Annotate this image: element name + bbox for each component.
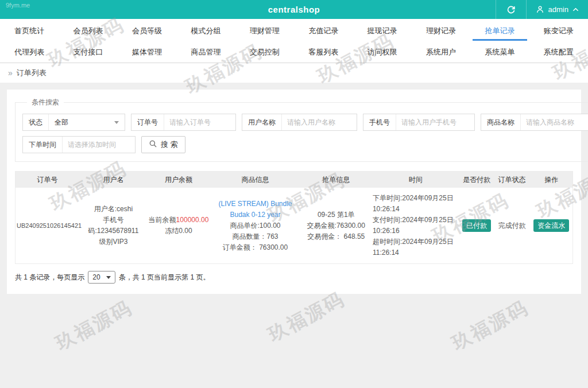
search-icon <box>149 139 157 150</box>
chevron-up-icon <box>572 7 579 12</box>
search-button-label: 搜 索 <box>161 139 178 150</box>
table-row: UB2409251026145421 用户名:ceshi 手机号码:123456… <box>16 188 573 264</box>
nav-item[interactable]: 支付接口 <box>59 41 117 63</box>
nav-item[interactable]: 充值记录 <box>294 20 353 41</box>
nav-item[interactable]: 模式分组 <box>176 20 235 41</box>
order-time-filter-group: 下单时间 <box>22 136 136 153</box>
user-cell: 用户名:ceshi 手机号码:12345678911 级别VIP3 <box>79 188 147 264</box>
col-header-product-info: 商品信息 <box>210 172 300 188</box>
nav-item[interactable]: 理财管理 <box>235 20 294 41</box>
col-header-balance: 用户余额 <box>148 172 210 188</box>
nav-item[interactable]: 交易控制 <box>235 41 294 63</box>
breadcrumb-icon: » <box>8 68 13 77</box>
order-no-input[interactable] <box>164 114 235 130</box>
grab-info-cell: 09-25 第1单 交易金额:76300.00 交易佣金： 648.55 <box>301 188 372 264</box>
orders-panel: 条件搜索 状态 全部 订单号 用户名称 <box>7 90 581 294</box>
user-name: 用户名:ceshi <box>80 204 146 215</box>
product-title-link[interactable]: (LIVE STREAM) Bundle Budak 0-12 year <box>211 199 299 220</box>
frozen-balance: 冻结0.00 <box>149 226 209 236</box>
pagination-suffix: 条，共 1 页当前显示第 1 页。 <box>119 273 210 282</box>
nav-item[interactable]: 系统配置 <box>529 41 588 63</box>
nav-item[interactable]: 提现记录 <box>353 20 411 41</box>
search-row-2: 下单时间 搜 索 <box>22 136 588 153</box>
user-icon <box>536 5 544 14</box>
nav-item[interactable]: 访问权限 <box>353 41 411 63</box>
table-header-row: 订单号 用户名 用户余额 商品信息 抢单信息 时间 是否付款 订单状态 操作 <box>16 172 573 188</box>
status-filter-group: 状态 全部 <box>22 114 125 131</box>
username-filter-group: 用户名称 <box>242 114 357 131</box>
header-actions: admin <box>496 0 588 19</box>
trade-commission: 交易佣金： 648.55 <box>302 231 370 242</box>
breadcrumb: » 订单列表 <box>0 63 588 83</box>
main-nav: 首页统计 会员列表 会员等级 模式分组 理财管理 充值记录 提现记录 理财记录 … <box>0 19 588 63</box>
grab-sequence: 09-25 第1单 <box>302 209 370 220</box>
order-number-cell: UB2409251026145421 <box>16 188 80 264</box>
page-size-select[interactable]: 20 <box>88 271 115 284</box>
phone-input[interactable] <box>396 114 474 130</box>
chevron-down-icon <box>106 276 111 279</box>
corner-watermark: 9fym.me <box>6 2 30 9</box>
search-fieldset: 条件搜索 状态 全部 订单号 用户名称 <box>15 98 588 162</box>
nav-item[interactable]: 代理列表 <box>0 41 59 63</box>
pagination-prefix: 共 1 条记录，每页显示 <box>15 273 84 282</box>
product-name-input[interactable] <box>521 114 588 130</box>
phone-label: 手机号 <box>363 114 396 130</box>
username-input[interactable] <box>282 114 357 130</box>
nav-item[interactable]: 系统用户 <box>412 41 470 63</box>
order-time-label: 下单时间 <box>23 137 62 153</box>
admin-menu[interactable]: admin <box>527 0 588 19</box>
fund-flow-button[interactable]: 资金流水 <box>533 219 569 232</box>
product-filter-group: 商品名称 <box>481 114 588 131</box>
nav-item[interactable]: 理财记录 <box>412 20 470 41</box>
refresh-button[interactable] <box>496 0 527 19</box>
product-cell: (LIVE STREAM) Bundle Budak 0-12 year 商品单… <box>210 188 300 264</box>
order-status-cell: 完成付款 <box>494 188 531 264</box>
pagination: 共 1 条记录，每页显示 20 条，共 1 页当前显示第 1 页。 <box>15 271 573 284</box>
page-size-value: 20 <box>92 273 100 281</box>
search-button[interactable]: 搜 索 <box>141 136 185 153</box>
col-header-time: 时间 <box>372 172 459 188</box>
search-row-1: 状态 全部 订单号 用户名称 手机 <box>22 114 588 131</box>
user-level: 级别VIP3 <box>80 236 146 247</box>
status-select[interactable]: 全部 <box>48 114 125 130</box>
nav-item[interactable]: 会员等级 <box>118 20 176 41</box>
balance-label: 当前余额 <box>149 216 176 224</box>
nav-item[interactable]: 首页统计 <box>0 20 59 41</box>
username-label: 用户名称 <box>242 114 281 130</box>
paid-status-badge: 已付款 <box>462 219 491 232</box>
nav-item[interactable]: 会员列表 <box>59 20 117 41</box>
nav-item-active[interactable]: 抢单记录 <box>470 20 529 41</box>
user-phone: 手机号码:12345678911 <box>80 215 146 236</box>
product-label: 商品名称 <box>481 114 520 130</box>
watermark: 玖福源码 <box>52 295 137 356</box>
time-cell: 下单时间:2024年09月25日 10:26:14 支付时间:2024年09月2… <box>372 188 459 264</box>
nav-item[interactable]: 媒体管理 <box>118 41 176 63</box>
order-time-input[interactable] <box>63 137 135 153</box>
page: 9fym.me centralshop admin 首页统计 会员列表 会员等级 <box>0 0 588 388</box>
orders-table: 订单号 用户名 用户余额 商品信息 抢单信息 时间 是否付款 订单状态 操作 U… <box>15 171 573 264</box>
order-status-text: 完成付款 <box>498 222 526 230</box>
status-label: 状态 <box>23 114 48 130</box>
timeout-time: 超时时间:2024年09月25日 11:26:14 <box>373 236 458 258</box>
nav-item[interactable]: 系统菜单 <box>470 41 529 63</box>
balance-cell: 当前余额100000.00 冻结0.00 <box>148 188 210 264</box>
status-selected-value: 全部 <box>55 118 68 127</box>
nav-item[interactable]: 商品管理 <box>176 41 235 63</box>
nav-item[interactable]: 客服列表 <box>294 41 353 63</box>
col-header-actions: 操作 <box>531 172 573 188</box>
col-header-paid: 是否付款 <box>459 172 493 188</box>
pay-time: 支付时间:2024年09月25日 10:26:16 <box>373 215 458 236</box>
col-header-username: 用户名 <box>79 172 147 188</box>
refresh-icon <box>506 5 516 14</box>
nav-item[interactable]: 账变记录 <box>529 20 588 41</box>
trade-amount: 交易金额:76300.00 <box>302 220 370 231</box>
balance-value: 100000.00 <box>176 216 209 224</box>
actions-cell: 资金流水 <box>531 188 573 264</box>
order-amount: 订单金额： 76300.00 <box>211 242 299 253</box>
content-area: 条件搜索 状态 全部 订单号 用户名称 <box>0 83 588 301</box>
col-header-grab-info: 抢单信息 <box>301 172 372 188</box>
breadcrumb-label: 订单列表 <box>17 68 47 78</box>
col-header-order-no: 订单号 <box>16 172 80 188</box>
paid-cell: 已付款 <box>459 188 493 264</box>
watermark: 玖福源码 <box>448 295 533 356</box>
